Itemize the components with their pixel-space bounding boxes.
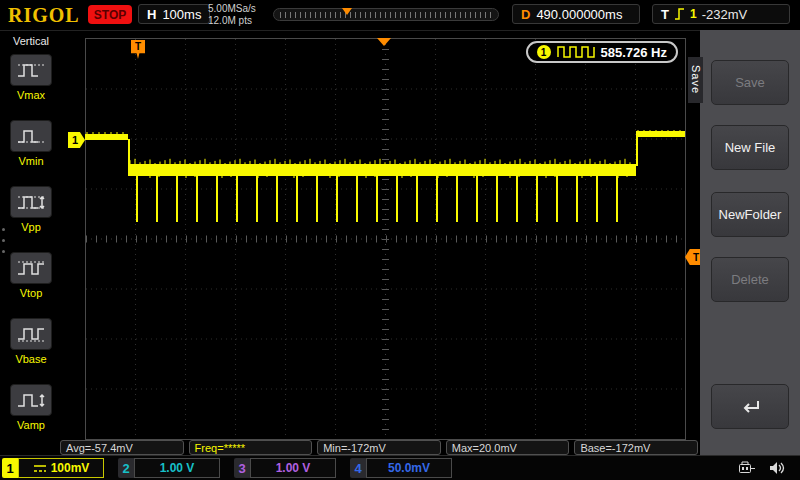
channel-status-bar: 1 100mV 2 1.00 V 3 1.00 V 4 50.0mV	[0, 455, 800, 480]
vtop-icon	[16, 258, 46, 278]
vertical-measure-menu: Vertical Vmax Vmin Vpp Vtop	[0, 30, 62, 455]
top-status-bar: RIGOL STOP H 100ms 5.00MSa/s 12.0M pts D…	[0, 0, 800, 31]
waveform-display: T 1 585.726 Hz	[85, 38, 686, 440]
vamp-button[interactable]	[10, 384, 52, 416]
freq-measurement: Freq=*****	[189, 440, 313, 455]
channel-1-status[interactable]: 1 100mV	[2, 458, 104, 478]
sidebar-item-label: Vtop	[20, 287, 43, 299]
horizontal-label: H	[147, 7, 156, 22]
sidebar-item-vamp[interactable]: Vamp	[0, 379, 62, 445]
channel-4-badge: 4	[350, 458, 366, 478]
trigger-position-marker[interactable]	[342, 8, 352, 15]
vpp-icon	[16, 192, 46, 212]
vmin-button[interactable]	[10, 120, 52, 152]
base-measurement: Base=-172mV	[574, 440, 698, 455]
sidebar-item-label: Vpp	[21, 221, 41, 233]
timebase-value: 100ms	[162, 7, 201, 22]
delay-value: 490.000000ms	[536, 7, 622, 22]
graticule	[86, 39, 686, 440]
square-wave-icon	[557, 46, 595, 58]
horizontal-timebase-readout: H 100ms	[138, 4, 210, 24]
sidebar-item-label: Vamp	[17, 419, 45, 431]
frequency-counter: 1 585.726 Hz	[526, 41, 679, 63]
sidebar-item-label: Vmax	[17, 89, 45, 101]
channel-4-scale: 50.0mV	[366, 458, 452, 478]
channel-3-badge: 3	[234, 458, 250, 478]
back-button[interactable]	[711, 384, 789, 429]
ch1-trace	[85, 130, 685, 222]
rigol-logo: RIGOL	[8, 4, 80, 27]
ch1-level-marker[interactable]: 1	[68, 132, 85, 148]
trigger-source: 1	[690, 7, 697, 21]
channel-1-badge: 1	[2, 458, 18, 478]
save-button[interactable]: Save	[711, 60, 789, 105]
menu-scroll-indicator	[2, 228, 6, 253]
system-status-icons	[738, 460, 800, 476]
vbase-icon	[16, 324, 46, 344]
run-state-badge[interactable]: STOP	[88, 5, 132, 24]
delete-button[interactable]: Delete	[711, 257, 789, 302]
sidebar-item-label: Vmin	[18, 155, 43, 167]
rising-edge-icon	[674, 7, 685, 21]
channel-3-status[interactable]: 3 1.00 V	[234, 458, 336, 478]
trigger-level-marker[interactable]: T	[685, 249, 701, 265]
vtop-button[interactable]	[10, 252, 52, 284]
sample-rate: 5.00MSa/s	[208, 3, 256, 15]
delay-readout: D 490.000000ms	[512, 4, 640, 24]
measurement-results-bar: Avg=-57.4mV Freq=***** Min=-172mV Max=20…	[60, 440, 698, 454]
memory-depth: 12.0M pts	[208, 15, 256, 27]
trigger-level-value: -232mV	[702, 7, 748, 22]
channel-1-scale: 100mV	[18, 458, 104, 478]
vmax-button[interactable]	[10, 54, 52, 86]
sidebar-item-vmin[interactable]: Vmin	[0, 115, 62, 181]
sidebar-item-vmax[interactable]: Vmax	[0, 49, 62, 115]
min-measurement: Min=-172mV	[317, 440, 441, 455]
return-arrow-icon	[737, 397, 763, 417]
delay-label: D	[521, 7, 530, 22]
oscilloscope-screen: { "top_bar": { "logo": "RIGOL", "run_sta…	[0, 0, 800, 480]
vmax-icon	[16, 60, 46, 80]
channel-2-badge: 2	[118, 458, 134, 478]
vpp-button[interactable]	[10, 186, 52, 218]
new-folder-button[interactable]: NewFolder	[711, 192, 789, 237]
channel-2-status[interactable]: 2 1.00 V	[118, 458, 220, 478]
trigger-readout: T 1 -232mV	[652, 4, 790, 24]
scope-canvas	[85, 38, 686, 440]
vbase-button[interactable]	[10, 318, 52, 350]
channel-4-status[interactable]: 4 50.0mV	[350, 458, 452, 478]
max-measurement: Max=20.0mV	[446, 440, 570, 455]
screen-center-trigger-marker	[377, 38, 391, 46]
sidebar-title: Vertical	[0, 35, 62, 49]
softkey-menu-panel: Save New File NewFolder Delete	[700, 30, 800, 455]
menu-title-tab: Save	[688, 57, 703, 103]
channel-2-scale: 1.00 V	[134, 458, 220, 478]
beeper-icon	[768, 460, 786, 476]
sidebar-item-vtop[interactable]: Vtop	[0, 247, 62, 313]
avg-measurement: Avg=-57.4mV	[60, 440, 184, 455]
usb-icon	[738, 460, 756, 476]
sidebar-item-label: Vbase	[15, 353, 46, 365]
sidebar-item-vpp[interactable]: Vpp	[0, 181, 62, 247]
trigger-label: T	[661, 7, 669, 22]
counter-value: 585.726 Hz	[601, 45, 668, 60]
counter-channel-badge: 1	[537, 45, 551, 59]
channel-3-scale: 1.00 V	[250, 458, 336, 478]
acquisition-readout: 5.00MSa/s 12.0M pts	[208, 3, 256, 27]
new-file-button[interactable]: New File	[711, 125, 789, 170]
dc-coupling-icon	[33, 464, 47, 473]
vamp-icon	[16, 390, 46, 410]
sidebar-item-vbase[interactable]: Vbase	[0, 313, 62, 379]
vmin-icon	[16, 126, 46, 146]
horizontal-position-bar[interactable]	[273, 8, 499, 21]
